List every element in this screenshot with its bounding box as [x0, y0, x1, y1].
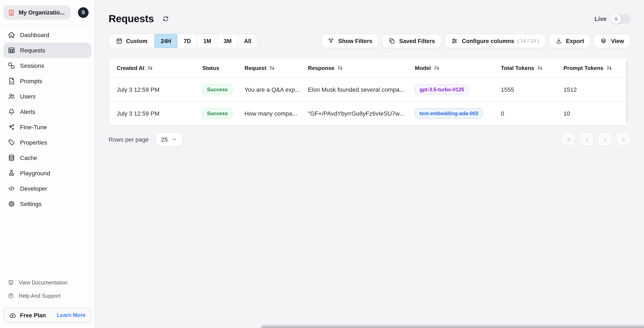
cloud-upload-icon	[9, 311, 16, 319]
column-label: Model	[415, 65, 431, 71]
sidebar-item-sessions[interactable]: Sessions	[4, 58, 91, 73]
sidebar-item-dashboard[interactable]: Dashboard	[4, 27, 91, 43]
funnel-icon	[328, 38, 334, 44]
show-filters-button[interactable]: Show Filters	[321, 34, 379, 48]
time-range-label: 7D	[184, 38, 191, 44]
chevrons-right-icon	[620, 136, 627, 143]
time-range-1m[interactable]: 1M	[197, 34, 218, 48]
cell-response: Elon Musk founded several compa...	[308, 86, 415, 93]
toolbar-actions: Show Filters Saved Filters Configure col…	[321, 34, 630, 48]
saved-filters-button[interactable]: Saved Filters	[382, 34, 442, 48]
previous-page-button[interactable]	[580, 132, 594, 146]
time-range-label: 24H	[161, 38, 172, 44]
flash-off-icon	[613, 16, 619, 22]
sidebar-item-alerts[interactable]: Alerts	[4, 104, 91, 119]
chevrons-left-icon	[565, 136, 572, 143]
rows-per-page-value: 25	[161, 136, 168, 143]
plan-name: Free Plan	[20, 312, 46, 318]
book-icon	[8, 279, 14, 286]
configure-columns-button[interactable]: Configure columns ( 14 / 14 )	[445, 34, 546, 48]
cell-prompt-tokens: 10	[564, 110, 630, 117]
export-button[interactable]: Export	[549, 34, 590, 48]
time-range-label: Custom	[126, 38, 148, 44]
time-range-24h[interactable]: 24H	[154, 34, 178, 48]
column-label: Response	[308, 65, 334, 71]
sidebar-item-properties[interactable]: Properties	[4, 135, 91, 150]
sidebar-item-fine-tune[interactable]: Fine-Tune	[4, 119, 91, 135]
sidebar-item-prompts[interactable]: Prompts	[4, 73, 91, 89]
cell-status: Success	[202, 108, 244, 118]
code-icon	[8, 185, 15, 192]
sidebar-item-label: Cache	[20, 154, 37, 161]
column-header-prompt-tokens[interactable]: Prompt Tokens	[564, 65, 630, 71]
org-name: My Organizatio...	[19, 9, 65, 16]
sort-icon	[537, 65, 543, 71]
sidebar-item-requests[interactable]: Requests	[4, 43, 91, 58]
toolbar: Custom 24H 7D 1M 3M All Show Filters Sav…	[108, 34, 630, 48]
time-range-custom[interactable]: Custom	[109, 34, 154, 48]
cell-response: "GF+/PAvdYbyrrGo8yFz6vIeSU7w...	[308, 110, 415, 117]
column-header-response[interactable]: Response	[308, 65, 415, 71]
sidebar-item-label: Dashboard	[20, 32, 49, 38]
org-selector[interactable]: My Organizatio...	[4, 5, 71, 20]
time-range-7d[interactable]: 7D	[177, 34, 197, 48]
rows-per-page-select[interactable]: 25	[156, 132, 182, 146]
app-window: My Organizatio... S Dashboard Requests S…	[0, 0, 644, 328]
chevron-right-icon	[602, 136, 608, 143]
download-icon	[555, 38, 562, 44]
cell-total-tokens: 1555	[501, 86, 564, 93]
table-scrollbar[interactable]	[626, 60, 629, 123]
sort-icon	[434, 65, 439, 71]
table-row[interactable]: July 3 12:59 PM Success You are a Q&A ex…	[109, 78, 630, 101]
sidebar-item-label: Users	[20, 93, 36, 100]
table-row[interactable]: July 3 12:59 PM Success How many compa..…	[109, 101, 630, 125]
sidebar-item-label: Developer	[20, 185, 47, 192]
time-range-label: 1M	[204, 38, 212, 44]
sidebar-item-developer[interactable]: Developer	[4, 181, 91, 196]
layers-icon	[600, 38, 607, 44]
avatar[interactable]: S	[78, 7, 88, 18]
column-label: Request	[244, 65, 266, 71]
plan-card[interactable]: Free Plan Learn More	[4, 307, 91, 323]
columns-count: ( 14 / 14 )	[517, 38, 539, 44]
last-page-button[interactable]	[616, 132, 630, 146]
sidebar-item-label: Settings	[20, 201, 42, 207]
sidebar-item-label: Prompts	[20, 78, 42, 84]
sidebar-item-users[interactable]: Users	[4, 89, 91, 104]
sort-icon	[148, 65, 153, 71]
refresh-button[interactable]	[162, 15, 170, 23]
learn-more-link[interactable]: Learn More	[57, 312, 86, 318]
cell-created-at: July 3 12:59 PM	[117, 110, 202, 117]
sidebar: My Organizatio... S Dashboard Requests S…	[0, 0, 95, 328]
button-label: Export	[566, 38, 584, 44]
bell-icon	[8, 108, 15, 116]
next-page-button[interactable]	[598, 132, 612, 146]
view-button[interactable]: View	[594, 34, 630, 48]
column-header-status[interactable]: Status	[202, 65, 244, 71]
sidebar-item-label: Properties	[20, 139, 47, 146]
time-range-3m[interactable]: 3M	[217, 34, 238, 48]
refresh-icon	[162, 15, 169, 22]
time-range-all[interactable]: All	[238, 34, 258, 48]
column-header-model[interactable]: Model	[415, 65, 501, 71]
column-header-created-at[interactable]: Created At	[117, 65, 202, 71]
home-icon	[8, 31, 15, 39]
chevron-left-icon	[583, 136, 590, 143]
help-support-link[interactable]: Help And Support	[4, 289, 91, 302]
column-header-request[interactable]: Request	[244, 65, 308, 71]
tag-icon	[8, 139, 15, 146]
cell-request: You are a Q&A exp...	[244, 86, 308, 93]
time-range-label: All	[244, 38, 252, 44]
sidebar-item-playground[interactable]: Playground	[4, 166, 91, 181]
live-label: Live	[594, 15, 606, 22]
first-page-button[interactable]	[561, 132, 576, 146]
column-header-total-tokens[interactable]: Total Tokens	[501, 65, 564, 71]
table-icon	[8, 47, 15, 54]
live-toggle-knob	[611, 14, 621, 24]
sidebar-item-settings[interactable]: Settings	[4, 196, 91, 212]
view-documentation-link[interactable]: View Documentation	[4, 276, 91, 289]
live-toggle[interactable]	[611, 14, 630, 24]
sidebar-footer: View Documentation Help And Support Free…	[0, 276, 94, 328]
sidebar-item-cache[interactable]: Cache	[4, 150, 91, 166]
requests-table-card: Created At Status Request Response Model	[108, 58, 630, 125]
